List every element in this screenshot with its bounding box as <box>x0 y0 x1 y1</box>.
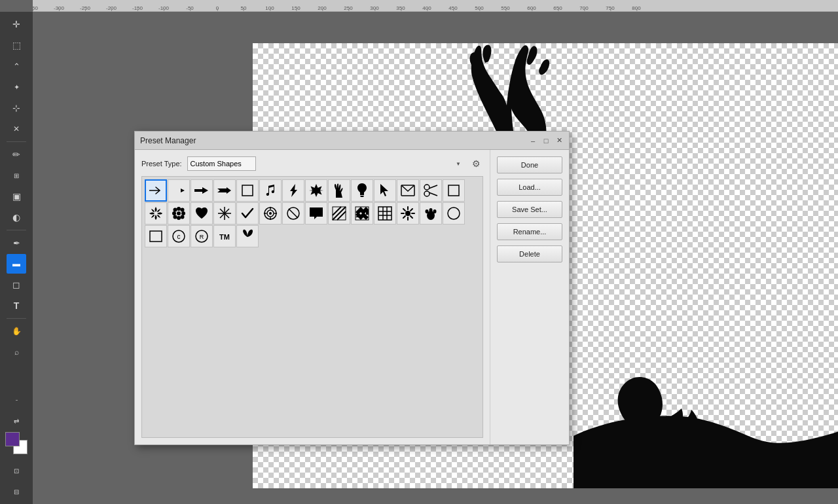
dialog-titlebar: Preset Manager – □ ✕ <box>135 132 569 150</box>
tool-zoom[interactable]: ⌕ <box>7 342 26 362</box>
shape-item-grid[interactable] <box>374 202 396 225</box>
shapes-grid: c R TM <box>141 176 483 438</box>
svg-line-29 <box>289 209 298 218</box>
shape-item-copyright[interactable]: c <box>168 225 190 247</box>
shape-item-checkmark[interactable] <box>236 202 259 225</box>
preset-type-select[interactable]: Brushes Swatches Gradients Styles Patter… <box>187 156 256 171</box>
svg-point-3 <box>424 185 429 190</box>
shape-item-flower[interactable] <box>168 202 190 225</box>
shape-item-no[interactable] <box>282 202 304 225</box>
tool-channels[interactable]: ⊟ <box>7 482 26 501</box>
shape-item-music-note[interactable] <box>259 179 282 202</box>
tool-gradient[interactable]: ▣ <box>7 187 26 206</box>
preset-manager-dialog: Preset Manager – □ ✕ Preset Type: Brushe… <box>134 131 570 445</box>
tool-crop[interactable]: ⊹ <box>7 98 26 118</box>
shape-item-scissors[interactable] <box>420 179 442 202</box>
tool-shape[interactable]: ▬ <box>7 254 26 274</box>
svg-point-4 <box>424 191 429 196</box>
shape-item-lightning[interactable] <box>282 179 304 202</box>
tool-arrange[interactable]: ⇄ <box>7 411 26 431</box>
shape-item-cursor[interactable] <box>374 179 396 202</box>
svg-point-9 <box>177 207 181 211</box>
shape-item-heart[interactable] <box>191 202 213 225</box>
tool-healing[interactable]: ⊞ <box>7 166 26 185</box>
save-set-button[interactable]: Save Set... <box>497 201 562 218</box>
svg-line-45 <box>403 209 405 211</box>
shape-item-sun[interactable] <box>397 202 419 225</box>
toolbar-left: ✛ ⬚ ⌃ ✦ ⊹ ✕ ✏ ⊞ ▣ ◐ ✒ ▬ ◻ T ✋ ⌕ ··· ⇄ ⊡ … <box>0 12 33 504</box>
foreground-color-swatch[interactable] <box>5 432 20 446</box>
shape-item-arrow-notch[interactable] <box>213 179 236 202</box>
shape-item-fleur[interactable] <box>145 202 167 225</box>
color-swatches[interactable] <box>5 432 27 454</box>
shape-item-speech-bubble[interactable] <box>305 202 327 225</box>
svg-line-48 <box>403 216 405 218</box>
shape-item-square[interactable] <box>236 179 259 202</box>
tool-more[interactable]: ··· <box>7 390 26 410</box>
svg-line-5 <box>429 185 437 189</box>
tool-layers[interactable]: ⊡ <box>7 461 26 480</box>
dialog-close-button[interactable]: ✕ <box>555 136 564 145</box>
svg-line-32 <box>333 207 341 215</box>
tool-lasso[interactable]: ⌃ <box>7 56 26 76</box>
shape-item-target[interactable] <box>259 202 282 225</box>
dialog-body: Preset Type: Brushes Swatches Gradients … <box>135 150 569 444</box>
tool-quick-select[interactable]: ✦ <box>7 77 26 97</box>
svg-point-11 <box>172 211 176 215</box>
dialog-window-controls: – □ ✕ <box>528 136 564 145</box>
svg-marker-1 <box>309 184 323 197</box>
preset-type-row: Preset Type: Brushes Swatches Gradients … <box>141 156 483 171</box>
shape-item-square-outline[interactable] <box>443 179 465 202</box>
svg-point-8 <box>177 211 181 215</box>
gear-settings-button[interactable]: ⚙︎ <box>469 156 483 171</box>
shape-item-circle-outline[interactable] <box>443 202 465 225</box>
toolbar-separator-1 <box>7 141 26 142</box>
svg-rect-54 <box>150 231 162 242</box>
shapes-row-3: c R TM <box>145 225 480 247</box>
svg-rect-7 <box>448 185 459 196</box>
svg-line-47 <box>410 209 412 211</box>
shape-item-arrow-wide[interactable] <box>191 179 213 202</box>
rename-button[interactable]: Rename... <box>497 223 562 240</box>
done-button[interactable]: Done <box>497 156 562 173</box>
tool-move[interactable]: ✛ <box>7 14 26 34</box>
shape-item-arrow-thin[interactable] <box>145 179 167 202</box>
svg-point-51 <box>429 208 433 212</box>
shape-item-diamond-pattern[interactable] <box>351 202 373 225</box>
ruler-top: -350 -300 -250 -200 -150 -100 -50 0 50 1… <box>33 0 838 12</box>
tool-eyedropper[interactable]: ✕ <box>7 119 26 139</box>
tool-hand[interactable]: ✋ <box>7 321 26 341</box>
tool-dodge[interactable]: ◐ <box>7 207 26 227</box>
svg-point-14 <box>181 208 185 212</box>
svg-point-50 <box>426 209 429 213</box>
dialog-minimize-button[interactable]: – <box>528 136 537 145</box>
shape-item-plant[interactable] <box>236 225 259 247</box>
delete-button[interactable]: Delete <box>497 245 562 262</box>
shape-item-envelope[interactable] <box>397 179 419 202</box>
shape-item-arrow-medium[interactable] <box>168 179 190 202</box>
svg-point-53 <box>448 207 460 219</box>
tool-pen[interactable]: ✒ <box>7 233 26 253</box>
tool-text[interactable]: T <box>7 296 26 315</box>
svg-line-33 <box>337 211 346 220</box>
tool-path-select[interactable]: ◻ <box>7 275 26 295</box>
svg-point-15 <box>173 215 177 219</box>
svg-rect-0 <box>242 185 253 196</box>
shape-item-starburst[interactable] <box>305 179 327 202</box>
svg-line-6 <box>429 192 437 196</box>
shape-item-grass[interactable] <box>328 179 350 202</box>
tool-marquee[interactable]: ⬚ <box>7 35 26 55</box>
shape-item-trademark[interactable]: TM <box>213 225 236 247</box>
dialog-right-panel: Done Load... Save Set... Rename... Delet… <box>490 150 569 444</box>
shape-item-snowflake[interactable] <box>213 202 236 225</box>
dialog-restore-button[interactable]: □ <box>541 136 551 145</box>
shape-item-lightbulb[interactable] <box>351 179 373 202</box>
tool-brush[interactable]: ✏ <box>7 145 26 164</box>
dialog-title: Preset Manager <box>140 136 196 145</box>
load-button[interactable]: Load... <box>497 179 562 196</box>
shape-item-paw[interactable] <box>420 202 442 225</box>
svg-point-12 <box>181 211 185 215</box>
shape-item-registered[interactable]: R <box>191 225 213 247</box>
shape-item-rect-outline[interactable] <box>145 225 167 247</box>
shape-item-hatch-stripe[interactable] <box>328 202 350 225</box>
